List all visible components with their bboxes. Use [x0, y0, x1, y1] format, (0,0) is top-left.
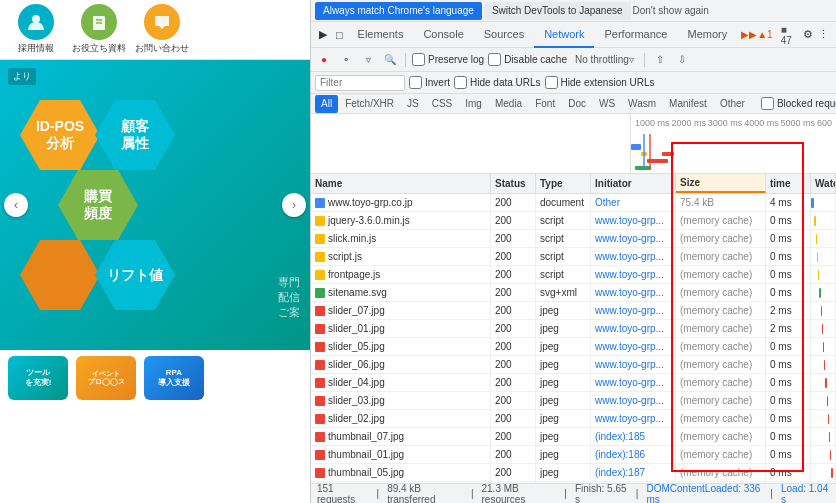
- invert-label[interactable]: Invert: [409, 76, 450, 89]
- col-status[interactable]: Status: [491, 174, 536, 193]
- filter-all-btn[interactable]: All: [315, 95, 338, 113]
- blocked-req-label[interactable]: Blocked requests: [761, 97, 836, 110]
- nav-item-saiyou[interactable]: 採用情報: [8, 4, 63, 55]
- tab-network[interactable]: Network: [534, 22, 594, 48]
- cell-name: slider_02.jpg: [311, 410, 491, 428]
- table-row[interactable]: slider_06.jpg 200 jpeg www.toyo-grp... (…: [311, 356, 836, 374]
- filter-ws-btn[interactable]: WS: [593, 95, 621, 113]
- col-name[interactable]: Name: [311, 174, 491, 193]
- hide-data-urls-label[interactable]: Hide data URLs: [454, 76, 541, 89]
- tab-sources[interactable]: Sources: [474, 22, 534, 48]
- cell-type: jpeg: [536, 428, 591, 446]
- table-row[interactable]: slider_01.jpg 200 jpeg www.toyo-grp... (…: [311, 320, 836, 338]
- cell-initiator[interactable]: Other: [591, 194, 676, 212]
- cursor-icon-btn[interactable]: ▶: [315, 24, 331, 46]
- bottom-icon-event[interactable]: イベントプロ◯◯ス: [76, 356, 136, 402]
- cell-initiator[interactable]: (index):187: [591, 464, 676, 482]
- tab-console[interactable]: Console: [413, 22, 473, 48]
- inspect-icon-btn[interactable]: □: [331, 24, 347, 46]
- cell-initiator[interactable]: www.toyo-grp...: [591, 374, 676, 392]
- cell-status: 200: [491, 410, 536, 428]
- cell-initiator[interactable]: www.toyo-grp...: [591, 284, 676, 302]
- filter-input[interactable]: [315, 75, 405, 91]
- tab-performance[interactable]: Performance: [594, 22, 677, 48]
- col-size[interactable]: Size: [676, 174, 766, 193]
- table-row[interactable]: thumbnail_07.jpg 200 jpeg (index):185 (m…: [311, 428, 836, 446]
- filter-doc-btn[interactable]: Doc: [562, 95, 592, 113]
- cell-initiator[interactable]: www.toyo-grp...: [591, 356, 676, 374]
- table-row[interactable]: sitename.svg 200 svg+xml www.toyo-grp...…: [311, 284, 836, 302]
- filter-toggle-btn[interactable]: ▿: [359, 51, 377, 69]
- table-row[interactable]: thumbnail_01.jpg 200 jpeg (index):186 (m…: [311, 446, 836, 464]
- hide-ext-urls-label[interactable]: Hide extension URLs: [545, 76, 655, 89]
- row-name-text: slider_02.jpg: [328, 413, 385, 424]
- nav-item-toiawase[interactable]: お問い合わせ: [134, 4, 189, 55]
- cell-initiator[interactable]: www.toyo-grp...: [591, 302, 676, 320]
- bottom-icon-rpa[interactable]: RPA導入支援: [144, 356, 204, 402]
- cell-initiator[interactable]: www.toyo-grp...: [591, 248, 676, 266]
- throttling-btn[interactable]: No throttling ▿: [571, 51, 638, 69]
- tab-elements[interactable]: Elements: [348, 22, 414, 48]
- clear-btn[interactable]: ⚬: [337, 51, 355, 69]
- cell-initiator[interactable]: (index):186: [591, 446, 676, 464]
- nav-item-oyakudachi[interactable]: お役立ち資料: [71, 4, 126, 55]
- filter-media-btn[interactable]: Media: [489, 95, 528, 113]
- cell-initiator[interactable]: www.toyo-grp...: [591, 230, 676, 248]
- disable-cache-label[interactable]: Disable cache: [488, 53, 567, 66]
- filter-fetchxhr-btn[interactable]: Fetch/XHR: [339, 95, 400, 113]
- export-btn[interactable]: ⇩: [673, 51, 691, 69]
- preserve-log-label[interactable]: Preserve log: [412, 53, 484, 66]
- tab-memory[interactable]: Memory: [677, 22, 737, 48]
- filter-wasm-btn[interactable]: Wasm: [622, 95, 662, 113]
- table-row[interactable]: slider_02.jpg 200 jpeg www.toyo-grp... (…: [311, 410, 836, 428]
- bottom-icon-tool[interactable]: ツールを充実!: [8, 356, 68, 402]
- blocked-req-checkbox[interactable]: [761, 97, 774, 110]
- table-row[interactable]: slick.min.js 200 script www.toyo-grp... …: [311, 230, 836, 248]
- table-row[interactable]: frontpage.js 200 script www.toyo-grp... …: [311, 266, 836, 284]
- record-btn[interactable]: ●: [315, 51, 333, 69]
- cell-initiator[interactable]: www.toyo-grp...: [591, 266, 676, 284]
- filter-other-btn[interactable]: Other: [714, 95, 751, 113]
- preserve-log-checkbox[interactable]: [412, 53, 425, 66]
- col-time[interactable]: time: [766, 174, 811, 193]
- cell-initiator[interactable]: (index):185: [591, 428, 676, 446]
- filter-js-btn[interactable]: JS: [401, 95, 425, 113]
- table-row[interactable]: slider_05.jpg 200 jpeg www.toyo-grp... (…: [311, 338, 836, 356]
- cell-name: thumbnail_07.jpg: [311, 428, 491, 446]
- carousel-next-btn[interactable]: ›: [282, 193, 306, 217]
- col-waterfall[interactable]: Waterfall: [811, 174, 836, 193]
- cell-status: 200: [491, 266, 536, 284]
- icon-img: [315, 378, 325, 388]
- cell-initiator[interactable]: www.toyo-grp...: [591, 338, 676, 356]
- switch-devtools-btn[interactable]: Switch DevTools to Japanese: [484, 2, 631, 20]
- hide-ext-urls-checkbox[interactable]: [545, 76, 558, 89]
- cell-initiator[interactable]: www.toyo-grp...: [591, 212, 676, 230]
- disable-cache-checkbox[interactable]: [488, 53, 501, 66]
- dont-show-btn[interactable]: Don't show again: [633, 5, 709, 16]
- filter-manifest-btn[interactable]: Manifest: [663, 95, 713, 113]
- match-language-btn[interactable]: Always match Chrome's language: [315, 2, 482, 20]
- table-row[interactable]: slider_03.jpg 200 jpeg www.toyo-grp... (…: [311, 392, 836, 410]
- filter-css-btn[interactable]: CSS: [426, 95, 459, 113]
- col-initiator[interactable]: Initiator: [591, 174, 676, 193]
- table-row[interactable]: slider_07.jpg 200 jpeg www.toyo-grp... (…: [311, 302, 836, 320]
- filter-font-btn[interactable]: Font: [529, 95, 561, 113]
- table-row[interactable]: slider_04.jpg 200 jpeg www.toyo-grp... (…: [311, 374, 836, 392]
- cell-initiator[interactable]: www.toyo-grp...: [591, 392, 676, 410]
- table-row[interactable]: thumbnail_05.jpg 200 jpeg (index):187 (m…: [311, 464, 836, 482]
- cell-initiator[interactable]: www.toyo-grp...: [591, 320, 676, 338]
- invert-checkbox[interactable]: [409, 76, 422, 89]
- more-options-btn[interactable]: ⋮: [816, 24, 832, 46]
- search-btn[interactable]: 🔍: [381, 51, 399, 69]
- import-btn[interactable]: ⇧: [651, 51, 669, 69]
- table-row[interactable]: script.js 200 script www.toyo-grp... (me…: [311, 248, 836, 266]
- hide-data-urls-checkbox[interactable]: [454, 76, 467, 89]
- col-type[interactable]: Type: [536, 174, 591, 193]
- table-row[interactable]: www.toyo-grp.co.jp 200 document Other 75…: [311, 194, 836, 212]
- network-table[interactable]: Name Status Type Initiator Size time Wat…: [311, 174, 836, 483]
- filter-img-btn[interactable]: Img: [459, 95, 488, 113]
- row-name-text: slider_06.jpg: [328, 359, 385, 370]
- settings-icon-btn[interactable]: ⚙: [799, 24, 815, 46]
- cell-initiator[interactable]: www.toyo-grp...: [591, 410, 676, 428]
- table-row[interactable]: jquery-3.6.0.min.js 200 script www.toyo-…: [311, 212, 836, 230]
